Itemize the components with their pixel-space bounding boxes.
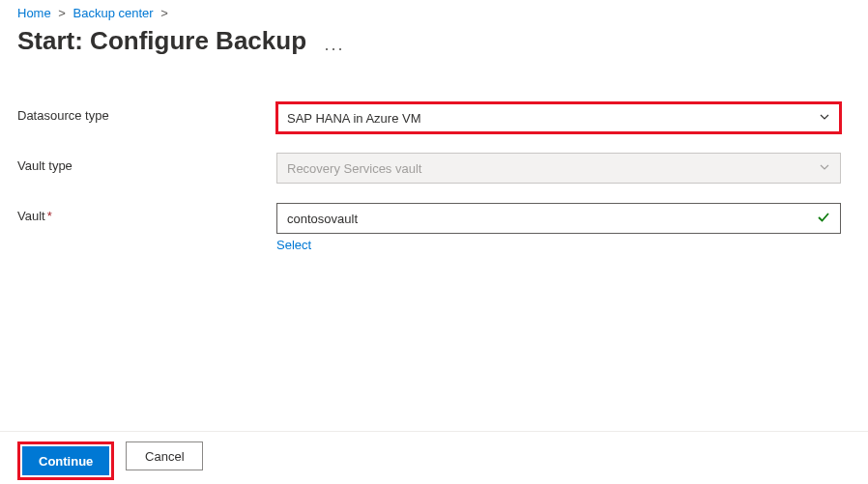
datasource-type-value: SAP HANA in Azure VM [287, 111, 421, 126]
breadcrumb: Home > Backup center > [17, 6, 851, 20]
footer: Continue Cancel [0, 431, 868, 484]
checkmark-icon [817, 211, 830, 227]
form-area: Datasource type SAP HANA in Azure VM Vau… [17, 102, 851, 253]
breadcrumb-backup-center[interactable]: Backup center [73, 6, 154, 20]
datasource-type-select[interactable]: SAP HANA in Azure VM [276, 102, 841, 133]
row-vault: Vault* contosovault Select [17, 203, 851, 253]
chevron-down-icon [819, 161, 830, 176]
label-vault: Vault* [17, 203, 276, 223]
title-area: Start: Configure Backup ... [17, 26, 851, 56]
breadcrumb-separator: > [58, 6, 66, 20]
label-datasource-type: Datasource type [17, 102, 276, 123]
vault-value: contosovault [287, 212, 358, 226]
cancel-button[interactable]: Cancel [126, 441, 203, 470]
required-asterisk: * [47, 209, 52, 223]
vault-select-link[interactable]: Select [276, 238, 311, 252]
row-vault-type: Vault type Recovery Services vault [17, 153, 851, 184]
breadcrumb-separator: > [160, 6, 168, 20]
page-title: Start: Configure Backup [17, 26, 306, 56]
vault-type-value: Recovery Services vault [287, 161, 421, 176]
label-vault-type: Vault type [17, 153, 276, 173]
chevron-down-icon [819, 111, 830, 126]
continue-highlight: Continue [17, 441, 114, 480]
vault-input[interactable]: contosovault [276, 203, 841, 234]
label-vault-text: Vault [17, 209, 45, 223]
vault-type-select: Recovery Services vault [276, 153, 841, 184]
breadcrumb-home[interactable]: Home [17, 6, 51, 20]
continue-button[interactable]: Continue [22, 446, 109, 475]
more-actions-icon[interactable]: ... [324, 35, 344, 54]
row-datasource-type: Datasource type SAP HANA in Azure VM [17, 102, 851, 133]
